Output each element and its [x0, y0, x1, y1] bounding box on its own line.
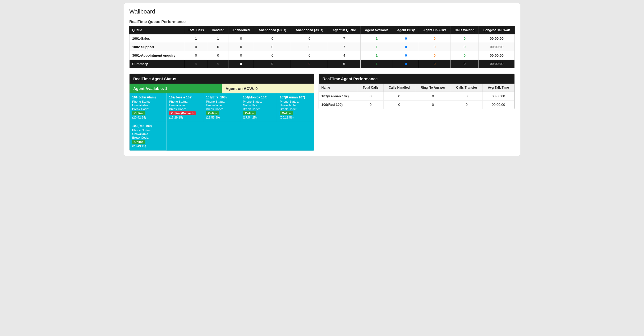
queue-col-header-longest-call-wait: Longest Call Wait	[479, 26, 515, 34]
queue-name: 1002-Support	[130, 43, 184, 51]
perf-calls-handled: 0	[383, 92, 415, 101]
bottom-panels: RealTime Agent Status Agent Available: 1…	[129, 74, 515, 151]
agent-in-queue: 7	[328, 34, 361, 43]
summary-label: Summary	[130, 60, 184, 68]
agent-card: 102(Jessie 102) Phone Status: Unavailabl…	[167, 93, 204, 122]
abandoned-lt30: 0	[291, 43, 328, 51]
agent-break-code-label: Break Code:	[132, 136, 164, 139]
agent-time: (23:49:15)	[132, 144, 164, 148]
perf-calls-transfer: 0	[451, 92, 482, 101]
page-title: Wallboard	[129, 8, 515, 15]
agent-available: 1	[360, 34, 393, 43]
agent-time: (15:29:15)	[169, 116, 201, 119]
abandoned-lt30: 0	[291, 34, 328, 43]
agent-phone-status-label: Phone Status:	[243, 100, 274, 103]
calls-waiting: 0	[450, 51, 479, 60]
summary-calls-waiting: 0	[450, 60, 479, 68]
agent-card-name: 103(Efrel 103)	[206, 96, 237, 99]
perf-col-calls-handled: Calls Handled	[383, 84, 415, 92]
agent-status-badge: Online	[243, 111, 256, 115]
perf-col-calls-transfer: Calls Transfer	[451, 84, 482, 92]
perf-ring-no-answer: 0	[415, 101, 451, 109]
queue-col-header-abandoned-lt30: Abandoned (<30s)	[291, 26, 328, 34]
perf-name: 107(Kannan 107)	[319, 92, 358, 101]
agent-break-code-label: Break Code:	[132, 107, 164, 111]
queue-name: 3001-Appointment enquiry	[130, 51, 184, 60]
perf-total-calls: 0	[358, 92, 383, 101]
agent-card: 103(Efrel 103) Phone Status: Unavailable…	[203, 93, 240, 122]
perf-table: Name Total Calls Calls Handled Ring No A…	[319, 84, 514, 109]
agent-break-code-badge: Online	[132, 111, 164, 115]
summary-agent-busy: 0	[393, 60, 419, 68]
agent-break-code-label: Break Code:	[243, 107, 274, 111]
queue-table: Queue Total Calls Handled Abandoned Aban…	[129, 26, 515, 68]
agent-on-acw: 0	[419, 51, 450, 60]
calls-waiting: 0	[450, 34, 479, 43]
perf-ring-no-answer: 0	[415, 92, 451, 101]
summary-handled: 1	[208, 60, 228, 68]
table-row: 109(Red 109) 0 0 0 0 00:00:00	[319, 101, 514, 109]
table-row: 3001-Appointment enquiry 0 0 0 0 0 4 1 0…	[130, 51, 515, 60]
perf-col-avg-talk-time: Avg Talk Time	[482, 84, 514, 92]
agent-card: 104(Monica 104) Phone Status: Not In Use…	[240, 93, 277, 122]
agent-status-panel-header: RealTime Agent Status	[130, 74, 314, 84]
agent-break-code-badge: Online	[280, 111, 311, 115]
perf-col-total-calls: Total Calls	[358, 84, 383, 92]
agent-status-badge: Online	[132, 111, 145, 115]
agent-status-badge: Online	[206, 111, 219, 115]
handled: 1	[208, 34, 228, 43]
agent-phone-status: Unavailable	[132, 104, 164, 107]
table-row: 1002-Support 0 0 0 0 0 7 1 0 0 0 00:00:0…	[130, 43, 515, 51]
agent-phone-status-label: Phone Status:	[169, 100, 201, 103]
queue-col-header-abandoned: Abandoned	[228, 26, 254, 34]
agent-break-code-badge: Online	[132, 140, 164, 144]
perf-avg-talk-time: 00:00:00	[482, 92, 514, 101]
agent-status-badge: Online	[132, 140, 145, 144]
agent-card-name: 107(Kannan 107)	[280, 96, 311, 99]
queue-col-header-agent-in-queue: Agent In Queue	[328, 26, 361, 34]
status-acw-label: Agent on ACW: 0	[222, 84, 314, 93]
perf-name: 109(Red 109)	[319, 101, 358, 109]
abandoned-gt30: 0	[254, 43, 291, 51]
agent-phone-status: Unavailable	[132, 132, 164, 135]
table-row: 1001-Sales 1 1 0 0 0 7 1 0 0 0 00:00:00	[130, 34, 515, 43]
agent-card: 107(Kannan 107) Phone Status: Unavailabl…	[277, 93, 314, 122]
abandoned-gt30: 0	[254, 34, 291, 43]
queue-col-header-total-calls: Total Calls	[184, 26, 208, 34]
status-available-label: Agent Available: 1	[130, 84, 222, 93]
longest-call-wait: 00:00:00	[479, 43, 515, 51]
agent-card-name: 109(Red 109)	[132, 124, 164, 128]
agent-card-name: 104(Monica 104)	[243, 96, 274, 99]
queue-col-header-agent-on-acw: Agent On ACW	[419, 26, 450, 34]
agent-break-code-label: Break Code:	[169, 107, 201, 111]
agent-break-code-label: Break Code:	[280, 107, 311, 111]
perf-col-ring-no-answer: Ring No Answer	[415, 84, 451, 92]
queue-col-header-queue: Queue	[130, 26, 184, 34]
agent-time: (22:55:39)	[206, 116, 237, 119]
status-summary-bar: Agent Available: 1 Agent on ACW: 0	[130, 84, 314, 93]
summary-abandoned: 0	[228, 60, 254, 68]
queue-name: 1001-Sales	[130, 34, 184, 43]
total-calls: 1	[184, 34, 208, 43]
total-calls: 0	[184, 51, 208, 60]
abandoned: 0	[228, 51, 254, 60]
agent-performance-panel: RealTime Agent Performance Name Total Ca…	[319, 74, 515, 109]
abandoned-lt30: 0	[291, 51, 328, 60]
agent-card-name: 102(Jessie 102)	[169, 96, 201, 99]
agent-phone-status: Unavailable	[169, 104, 201, 107]
agent-available: 1	[360, 51, 393, 60]
queue-col-header-agent-busy: Agent Busy	[393, 26, 419, 34]
handled: 0	[208, 43, 228, 51]
agent-time: (20:42:34)	[132, 116, 164, 119]
queue-col-header-calls-waiting: Calls Waiting	[450, 26, 479, 34]
abandoned: 0	[228, 34, 254, 43]
perf-calls-handled: 0	[383, 101, 415, 109]
agent-busy: 0	[393, 51, 419, 60]
agent-phone-status-label: Phone Status:	[132, 100, 164, 103]
agent-status-badge: Online	[280, 111, 293, 115]
total-calls: 0	[184, 43, 208, 51]
agent-status-panel: RealTime Agent Status Agent Available: 1…	[129, 74, 314, 151]
abandoned: 0	[228, 43, 254, 51]
table-row: 107(Kannan 107) 0 0 0 0 00:00:00	[319, 92, 514, 101]
perf-col-name: Name	[319, 84, 358, 92]
